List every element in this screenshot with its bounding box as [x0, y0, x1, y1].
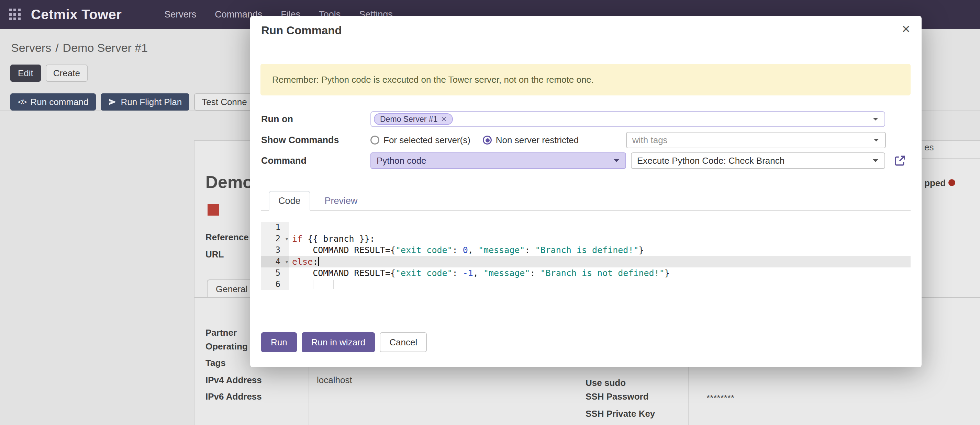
- remove-tag-icon[interactable]: ✕: [441, 115, 447, 123]
- code-line-content[interactable]: if {{ branch }}:: [290, 233, 911, 244]
- ssh-private-key-label: SSH Private Key: [585, 409, 655, 419]
- command-type-value: Python code: [377, 155, 426, 166]
- selected-server-tag[interactable]: Demo Server #1 ✕: [374, 113, 453, 125]
- breadcrumb: Servers/Demo Server #1: [11, 41, 148, 55]
- run-on-label: Run on: [261, 114, 371, 125]
- edit-button[interactable]: Edit: [10, 65, 41, 82]
- dialog-tabs: Code Preview: [261, 191, 911, 211]
- ssh-password-label: SSH Password: [585, 391, 649, 402]
- create-button[interactable]: Create: [46, 65, 88, 82]
- close-icon[interactable]: ✕: [901, 23, 911, 36]
- ipv4-value: localhost: [317, 375, 352, 385]
- form-action-buttons: Edit Create: [10, 65, 88, 82]
- cancel-button[interactable]: Cancel: [380, 332, 427, 352]
- chevron-down-icon: [873, 159, 878, 165]
- code-line-content[interactable]: COMMAND_RESULT={"exit_code": -1, "messag…: [290, 267, 911, 279]
- run-command-dialog: Run Command ✕ Remember: Python code is e…: [250, 16, 921, 367]
- table-header-divider: [922, 158, 980, 159]
- radio-non-server-restricted[interactable]: Non server restricted: [483, 135, 579, 146]
- chevron-down-icon: [614, 159, 619, 165]
- line-number: 1: [275, 222, 280, 232]
- chevron-down-icon: [873, 139, 879, 144]
- run-command-form: Run on Demo Server #1 ✕ Show Commands Fo…: [261, 111, 885, 169]
- code-line: 5 COMMAND_RESULT={"exit_code": -1, "mess…: [261, 267, 911, 279]
- server-title: Demo: [205, 172, 253, 192]
- line-number: 3: [275, 245, 280, 255]
- run-command-button[interactable]: </> Run command: [10, 94, 96, 111]
- radio-checked-icon: [483, 136, 492, 144]
- alert-text: Remember: Python code is executed on the…: [272, 75, 594, 85]
- paper-plane-icon: [108, 98, 116, 106]
- ipv6-label: IPv6 Address: [205, 391, 262, 402]
- reference-label: Reference: [205, 232, 249, 243]
- radio-label: Non server restricted: [496, 135, 579, 146]
- dialog-footer: Run Run in wizard Cancel: [261, 332, 427, 352]
- breadcrumb-current: Demo Server #1: [63, 41, 148, 54]
- run-flight-plan-button[interactable]: Run Flight Plan: [101, 94, 189, 111]
- code-editor[interactable]: 1 2▾ if {{ branch }}: 3 COMMAND_RESULT={…: [261, 222, 911, 290]
- with-tags-placeholder: with tags: [632, 135, 668, 146]
- radio-label: For selected server(s): [383, 135, 471, 146]
- app-brand[interactable]: Cetmix Tower: [31, 7, 122, 22]
- run-in-wizard-button[interactable]: Run in wizard: [302, 332, 375, 352]
- radio-for-selected-servers[interactable]: For selected server(s): [371, 135, 471, 146]
- line-number: 4: [275, 257, 280, 266]
- breadcrumb-separator: /: [55, 41, 59, 54]
- server-color-tag[interactable]: [208, 204, 219, 216]
- python-warning-alert: Remember: Python code is executed on the…: [261, 64, 911, 95]
- command-select[interactable]: Execute Python Code: Check Branch: [631, 152, 885, 169]
- show-commands-label: Show Commands: [261, 135, 371, 146]
- fold-icon[interactable]: ▾: [285, 233, 289, 244]
- command-type-select[interactable]: Python code: [371, 152, 626, 169]
- external-link-icon[interactable]: [894, 155, 906, 167]
- text-cursor: [318, 257, 319, 266]
- indent-guide: [313, 280, 313, 289]
- code-line-content[interactable]: [290, 279, 911, 290]
- ipv4-label: IPv4 Address: [205, 375, 262, 385]
- code-line-active: 4▾ else:: [261, 256, 911, 267]
- command-value: Execute Python Code: Check Branch: [637, 155, 784, 166]
- dialog-title: Run Command: [261, 24, 342, 37]
- run-on-field[interactable]: Demo Server #1 ✕: [371, 111, 885, 127]
- server-toolbar: </> Run command Run Flight Plan Test Con…: [10, 94, 255, 111]
- status-stopped-dot: [948, 179, 955, 186]
- tags-label: Tags: [205, 358, 226, 368]
- url-label: URL: [205, 249, 224, 260]
- tab-preview[interactable]: Preview: [316, 191, 367, 211]
- test-connection-button[interactable]: Test Conne: [194, 94, 255, 111]
- run-flight-plan-label: Run Flight Plan: [121, 97, 182, 108]
- indent-guide: [333, 280, 334, 289]
- code-line: 3 COMMAND_RESULT={"exit_code": 0, "messa…: [261, 244, 911, 256]
- code-icon: </>: [18, 98, 26, 106]
- tab-general[interactable]: General: [207, 279, 257, 298]
- show-commands-radio-group: For selected server(s) Non server restri…: [371, 135, 626, 146]
- code-line: 2▾ if {{ branch }}:: [261, 233, 911, 244]
- breadcrumb-root[interactable]: Servers: [11, 41, 51, 54]
- code-line-content[interactable]: [290, 222, 911, 233]
- partner-label: Partner: [205, 328, 237, 338]
- line-number: 5: [275, 268, 280, 278]
- line-number: 2: [275, 234, 280, 243]
- with-tags-select[interactable]: with tags: [626, 132, 886, 148]
- run-button[interactable]: Run: [261, 332, 297, 352]
- nav-item-servers[interactable]: Servers: [164, 9, 196, 20]
- command-label: Command: [261, 155, 371, 166]
- operating-system-label: Operating: [205, 341, 248, 352]
- fold-icon[interactable]: ▾: [285, 256, 289, 267]
- code-line: 1: [261, 222, 911, 233]
- code-line-content[interactable]: COMMAND_RESULT={"exit_code": 0, "message…: [290, 244, 911, 256]
- status-badge: pped: [924, 178, 946, 189]
- radio-unchecked-icon: [371, 136, 379, 144]
- tag-label: Demo Server #1: [380, 115, 438, 124]
- use-sudo-label: Use sudo: [585, 377, 626, 388]
- run-command-label: Run command: [30, 97, 88, 108]
- clipped-table-header: es: [924, 142, 934, 153]
- code-line: 6: [261, 279, 911, 290]
- line-number: 6: [275, 279, 280, 289]
- code-line-content[interactable]: else:: [290, 256, 911, 267]
- ssh-password-value: ********: [706, 393, 734, 403]
- apps-menu-icon[interactable]: [9, 9, 21, 20]
- chevron-down-icon: [873, 118, 878, 123]
- tab-code[interactable]: Code: [269, 191, 310, 211]
